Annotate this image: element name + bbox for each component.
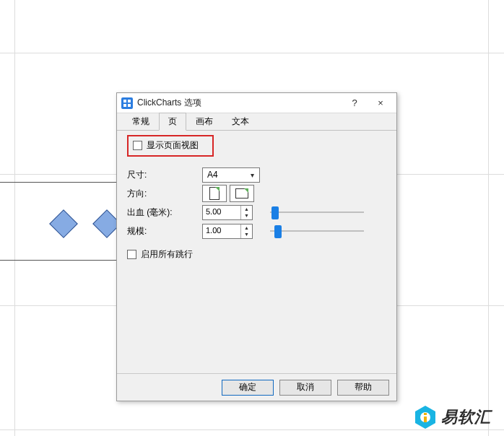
dialog-titlebar: ClickCharts 选项 ? × <box>117 93 396 113</box>
app-icon <box>121 97 133 109</box>
watermark-icon <box>415 406 435 429</box>
tab-canvas[interactable]: 画布 <box>186 113 222 131</box>
spin-down-icon[interactable]: ▼ <box>241 212 252 219</box>
scale-slider[interactable] <box>270 224 364 238</box>
svg-rect-3 <box>128 104 131 107</box>
svg-rect-7 <box>424 417 427 422</box>
bleed-spin[interactable]: 5.00 ▲ ▼ <box>202 205 253 220</box>
bleed-slider[interactable] <box>270 205 364 219</box>
show-page-view-label: 显示页面视图 <box>147 139 199 152</box>
orientation-portrait-button[interactable] <box>202 185 227 202</box>
svg-rect-6 <box>424 413 427 415</box>
enable-jumps-label: 启用所有跳行 <box>141 248 193 261</box>
dialog-title: ClickCharts 选项 <box>137 97 342 109</box>
help-button[interactable]: ? <box>342 95 368 112</box>
portrait-icon <box>209 187 220 200</box>
ok-button[interactable]: 确定 <box>222 380 274 396</box>
size-label: 尺寸: <box>127 169 202 181</box>
spin-down-icon[interactable]: ▼ <box>241 231 252 238</box>
close-button[interactable]: × <box>368 95 394 112</box>
watermark-text: 易软汇 <box>441 406 491 428</box>
tab-content: 显示页面视图 尺寸: A4 ▾ 方向: 出血 (毫米): 5.00 ▲ <box>117 131 396 373</box>
svg-rect-0 <box>123 100 126 103</box>
slider-thumb[interactable] <box>274 225 282 238</box>
bleed-label: 出血 (毫米): <box>127 206 202 219</box>
bleed-value: 5.00 <box>203 206 240 219</box>
tabs: 常规 页 画布 文本 <box>117 113 396 131</box>
size-value: A4 <box>207 170 218 180</box>
orientation-landscape-button[interactable] <box>230 185 254 202</box>
size-combo[interactable]: A4 ▾ <box>202 167 260 183</box>
show-page-view-checkbox[interactable] <box>133 141 142 150</box>
spin-up-icon[interactable]: ▲ <box>241 206 252 213</box>
enable-jumps-checkbox[interactable] <box>127 250 136 259</box>
slider-thumb[interactable] <box>271 206 279 219</box>
watermark-logo: 易软汇 <box>415 406 491 429</box>
dialog-footer: 确定 取消 帮助 <box>117 373 396 401</box>
tab-text[interactable]: 文本 <box>222 113 258 131</box>
scale-value: 1.00 <box>203 224 240 238</box>
diamond-shape[interactable] <box>49 209 78 238</box>
tab-page[interactable]: 页 <box>159 113 186 131</box>
help-footer-button[interactable]: 帮助 <box>337 380 389 396</box>
scale-spin[interactable]: 1.00 ▲ ▼ <box>202 224 253 239</box>
svg-rect-1 <box>128 100 131 103</box>
landscape-icon <box>235 188 248 199</box>
orientation-label: 方向: <box>127 188 202 200</box>
spin-up-icon[interactable]: ▲ <box>241 224 252 232</box>
chevron-down-icon: ▾ <box>246 171 258 179</box>
show-page-view-row-highlight: 显示页面视图 <box>127 135 214 157</box>
tab-general[interactable]: 常规 <box>123 113 159 131</box>
svg-rect-2 <box>123 104 126 107</box>
cancel-button[interactable]: 取消 <box>279 380 331 396</box>
scale-label: 规模: <box>127 225 202 237</box>
options-dialog: ClickCharts 选项 ? × 常规 页 画布 文本 显示页面视图 尺寸:… <box>116 92 397 401</box>
